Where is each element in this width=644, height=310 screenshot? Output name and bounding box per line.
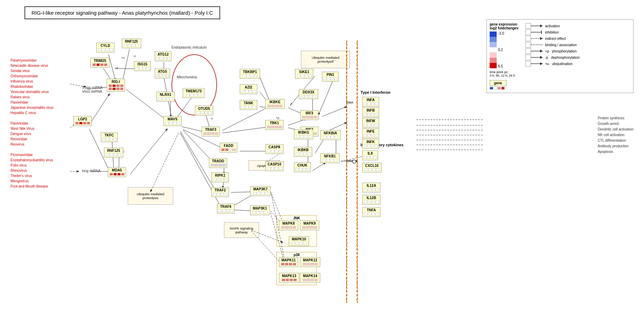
gene-otud5: OTUD5	[195, 106, 213, 115]
gene-lgp2: LGP2	[74, 116, 92, 126]
ubiquitin-bot-box: Ubiquitin mediatedproteolysis	[128, 187, 173, 205]
svg-marker-77	[540, 56, 543, 59]
svg-line-24	[150, 133, 178, 192]
legend-binding-label: binding / association	[545, 43, 577, 47]
picornaviridae-group: Picornaviridae Enzephalomyokarditis viru…	[10, 152, 53, 189]
legend-phosphorylation: +p phosphorylation	[525, 48, 613, 54]
svg-line-8	[122, 49, 130, 81]
paramyxo-label-3: Sendai virus	[10, 68, 54, 73]
legend-indirect-label: indirect effect	[545, 37, 566, 41]
scale-max-pos: 6.5	[498, 64, 504, 68]
gene-traf6: TRAF6	[217, 204, 234, 213]
gene-mapk13: MAPK13	[279, 273, 299, 283]
dna-line-left	[346, 40, 347, 303]
gene-il8: IL8	[362, 150, 378, 160]
dna-line-right	[357, 40, 358, 303]
gene-casp8: CASP8	[265, 144, 284, 154]
gene-infa: INFA	[362, 97, 379, 107]
endoplasmic-reticulum-label: Endoplasmic reticulum	[172, 45, 207, 49]
paramyxo-label-10: Japanese encephalitis virus	[10, 105, 54, 110]
svg-line-7	[108, 54, 115, 80]
legend-activation: activation	[525, 23, 613, 29]
pathway-list-item-1: Protein synthesis	[598, 115, 634, 121]
color-scale-section: gene expressionlog2 foldchanges -3.0 0.2	[490, 22, 518, 90]
legend-dephosphorylation: -p dephosphorylation	[525, 55, 613, 60]
plus-u-1: +u	[121, 56, 125, 59]
gene-traf3: TRAF3	[202, 127, 220, 136]
gene-ikbke: IKBKE	[265, 99, 285, 109]
ssrna-label: 5'ppp ssRNAshort dsRNA	[82, 86, 103, 93]
gene-traf2: TRAF2	[211, 187, 229, 197]
pathway-list-item-3: Dendritic cell activation	[598, 127, 634, 132]
scale-labels: -3.0 0.2 6.5	[498, 31, 504, 68]
gene-trim25: TRIM25	[90, 58, 110, 68]
gene-ddx3x: DDX3X	[299, 89, 318, 99]
gene-mapk10: MAPK10	[289, 236, 309, 246]
minus-u-3: -u	[210, 117, 213, 120]
legend-title: gene expressionlog2 foldchanges	[490, 22, 518, 30]
title-box: RIG-I-like receptor signaling pathway - …	[24, 6, 220, 19]
gene-tank: TANK	[240, 100, 257, 110]
color-gradient	[490, 31, 497, 68]
gene-rnf125-top: RNF125	[122, 38, 141, 48]
timepoint-label: time point ps:3 h, 6h, 12 h, 24 h	[490, 70, 518, 77]
gene-ikbkg: IKBKG	[294, 129, 313, 139]
color-scale-visual: -3.0 0.2 6.5	[490, 31, 518, 68]
gene-casp10: CASP10	[265, 161, 284, 171]
gene-chuk: CHUK	[294, 162, 311, 172]
flavi-label-3: Dengue virus	[10, 131, 34, 136]
legend-dephospho-label: -p dephosphorylation	[545, 56, 580, 59]
paramyxo-label-5: Influenza virus	[10, 79, 54, 84]
flavi-label-1: Flaviviridae	[10, 121, 34, 126]
gene-tkfc: TKFC	[101, 132, 118, 142]
svg-marker-72	[540, 37, 543, 40]
paramyxo-label-6: Rhabdoviridae	[10, 84, 54, 89]
picorna-label-7: Foot and Mouth disease	[10, 184, 53, 189]
gene-rnf125-bot: RNF125	[104, 148, 123, 157]
gene-irf3: IRF3	[300, 110, 318, 120]
gene-infe: INFE	[362, 128, 379, 138]
gene-tbkbp1: TBKBP1	[240, 69, 260, 79]
p38-label: p38	[277, 253, 316, 257]
picorna-label-4: Rhinovirus	[10, 168, 53, 173]
picorna-label-1: Picornaviridae	[10, 152, 53, 157]
gene-il12a: IL12A	[362, 183, 380, 192]
gene-nfkb1: NFKB1	[320, 153, 340, 163]
gene-nfkbia: NFKBIA	[320, 130, 341, 140]
gene-infw: INFW	[362, 118, 379, 128]
page-title: RIG-I-like receptor signaling pathway - …	[31, 10, 213, 16]
color-red	[490, 63, 497, 68]
pathway-list: Protein synthesis Growth arrest Dendriti…	[598, 115, 634, 155]
gene-mapk12: MAPK12	[300, 257, 320, 267]
gene-sike1: SIKE1	[295, 69, 313, 79]
gene-tmem173: TMEM173	[183, 88, 204, 98]
svg-marker-75	[540, 50, 543, 52]
paramyxo-label-7: Vesicular stomatitis virus	[10, 89, 54, 94]
minus-u-1: -u	[133, 54, 136, 58]
gene-tbk1: TBK1	[265, 120, 284, 130]
gene-mda5: MDA5	[108, 167, 126, 177]
legend-box: gene expressionlog2 foldchanges -3.0 0.2	[486, 19, 634, 93]
legend-ubiq-label: +u ubiquitination	[545, 62, 573, 66]
gene-fadd: FADD	[220, 143, 237, 153]
flavi-label-2: West Nile Virus	[10, 126, 34, 131]
picorna-label-3: Polio virus	[10, 163, 53, 168]
gene-azi2: AZI2	[240, 84, 257, 94]
legend-phospho-label: +p phosphorylation	[545, 49, 576, 53]
gene-mapk9: MAPK9	[300, 220, 319, 230]
scale-max-neg: -3.0	[498, 31, 504, 35]
svg-line-45	[312, 163, 326, 171]
gene-cxcl10: CXCL10	[362, 163, 382, 172]
ubiquitin-top-box: Ubiquitin mediatedproteolysis	[301, 51, 350, 68]
arrow-legend-section: activation inhibition indirect	[525, 22, 613, 90]
plus-p-label: +p	[276, 116, 279, 120]
gene-atg12: ATG12	[155, 51, 172, 61]
gene-ikbkb: IKBKB	[294, 147, 312, 157]
gene-map3k1: MAP3K1	[250, 205, 270, 215]
main-container: RIG-I-like receptor signaling pathway - …	[0, 0, 644, 310]
gene-map3k7: MAP3K7	[250, 186, 271, 196]
dna-label-top: DNA	[346, 101, 354, 104]
gene-example: gene	[490, 80, 518, 90]
flavi-label-4: Reoviridae	[10, 136, 34, 142]
gene-rigi: RIG-I	[107, 79, 125, 92]
